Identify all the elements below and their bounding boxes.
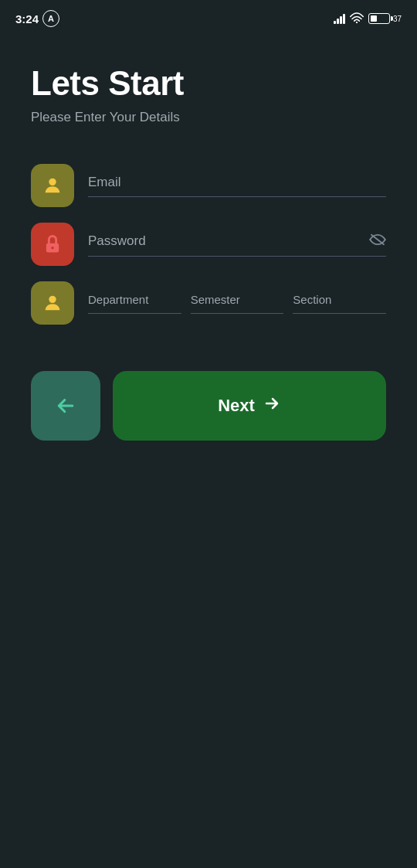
- battery-level: 37: [393, 15, 402, 23]
- email-input-area[interactable]: [88, 175, 386, 197]
- status-bar: 3:24 A 37: [0, 0, 417, 34]
- semester-field[interactable]: [191, 293, 284, 314]
- svg-point-1: [49, 179, 56, 186]
- back-arrow-icon: [54, 394, 77, 417]
- section-input[interactable]: [293, 293, 386, 306]
- password-row: [31, 223, 386, 266]
- user-icon-2: [42, 292, 63, 314]
- email-input[interactable]: [88, 175, 386, 190]
- status-time: 3:24 A: [15, 10, 59, 27]
- email-row: [31, 164, 386, 207]
- button-row: Next: [31, 371, 386, 441]
- email-icon-container: [31, 164, 74, 207]
- department-field[interactable]: [88, 293, 181, 314]
- status-icons: 37: [334, 12, 402, 26]
- wifi-icon: [350, 12, 364, 26]
- next-label: Next: [218, 396, 255, 416]
- main-content: Lets Start Please Enter Your Details: [0, 34, 417, 471]
- password-icon-container: [31, 223, 74, 266]
- multi-fields: [88, 293, 386, 314]
- signal-icon: [334, 13, 345, 24]
- page-title: Lets Start: [31, 65, 386, 102]
- next-arrow-icon: [263, 394, 281, 417]
- user-icon: [42, 175, 63, 196]
- svg-point-0: [356, 21, 358, 22]
- section-field[interactable]: [293, 293, 386, 314]
- semester-input[interactable]: [191, 293, 284, 306]
- back-button[interactable]: [31, 371, 100, 441]
- toggle-password-icon[interactable]: [369, 232, 386, 250]
- page-subtitle: Please Enter Your Details: [31, 110, 386, 125]
- dept-row: [31, 281, 386, 325]
- dept-icon-container: [31, 281, 74, 325]
- svg-point-3: [51, 247, 54, 250]
- autopilot-icon: A: [42, 10, 59, 27]
- department-input[interactable]: [88, 293, 181, 306]
- svg-point-5: [49, 296, 56, 303]
- form-container: [31, 164, 386, 325]
- lock-icon: [42, 233, 63, 255]
- password-input-area[interactable]: [88, 232, 386, 257]
- next-button[interactable]: Next: [113, 371, 386, 441]
- battery-container: 37: [368, 13, 402, 24]
- password-input[interactable]: [88, 233, 361, 249]
- battery-icon: [368, 13, 390, 24]
